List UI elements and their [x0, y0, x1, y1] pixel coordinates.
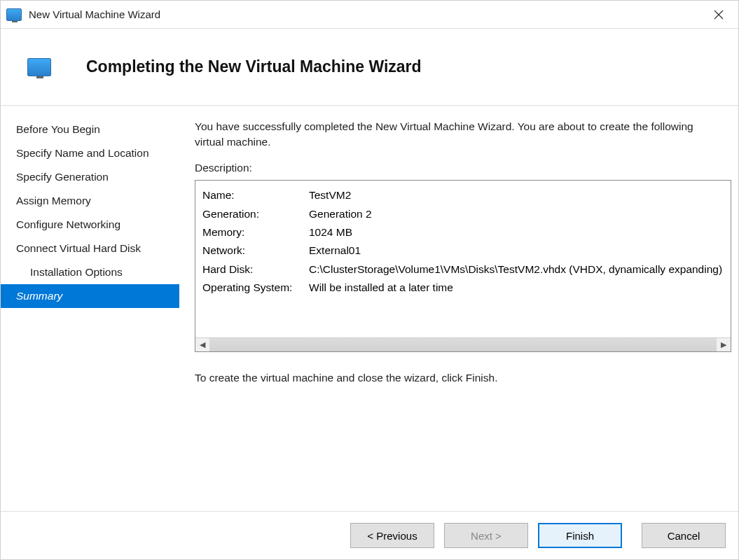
label-network: Network: [202, 241, 309, 260]
label-generation: Generation: [202, 205, 309, 223]
scroll-track[interactable] [209, 338, 717, 351]
window-title: New Virtual Machine Wizard [29, 8, 160, 20]
label-name: Name: [202, 186, 309, 204]
page-title: Completing the New Virtual Machine Wizar… [86, 57, 422, 76]
finish-button[interactable]: Finish [538, 523, 622, 548]
monitor-icon [27, 58, 51, 76]
label-os: Operating System: [202, 279, 309, 297]
step-connect-vhd[interactable]: Connect Virtual Hard Disk [1, 237, 179, 260]
titlebar: New Virtual Machine Wizard [1, 1, 738, 29]
row-network: Network: External01 [202, 241, 724, 260]
description-label: Description: [195, 162, 731, 174]
value-harddisk: C:\ClusterStorage\Volume1\VMs\Disks\Test… [309, 260, 724, 279]
wizard-body: Before You Begin Specify Name and Locati… [1, 106, 738, 511]
description-box: Name: TestVM2 Generation: Generation 2 M… [195, 180, 731, 352]
steps-sidebar: Before You Begin Specify Name and Locati… [1, 106, 179, 511]
scroll-right-button[interactable]: ▶ [717, 338, 731, 351]
horizontal-scrollbar[interactable]: ◀ ▶ [195, 337, 731, 351]
step-assign-memory[interactable]: Assign Memory [1, 189, 179, 213]
step-specify-generation[interactable]: Specify Generation [1, 165, 179, 189]
step-installation-options[interactable]: Installation Options [1, 260, 179, 284]
close-button[interactable] [705, 4, 733, 26]
label-harddisk: Hard Disk: [202, 260, 309, 279]
scroll-left-button[interactable]: ◀ [195, 338, 209, 351]
row-generation: Generation: Generation 2 [202, 205, 724, 223]
row-os: Operating System: Will be installed at a… [202, 279, 724, 297]
value-memory: 1024 MB [309, 223, 724, 241]
app-icon [6, 8, 22, 21]
row-name: Name: TestVM2 [202, 186, 724, 204]
step-configure-networking[interactable]: Configure Networking [1, 213, 179, 237]
content-pane: You have successfully completed the New … [179, 106, 738, 511]
wizard-footer: < Previous Next > Finish Cancel [1, 511, 738, 559]
wizard-window: New Virtual Machine Wizard Completing th… [0, 0, 739, 560]
value-name: TestVM2 [309, 186, 724, 204]
description-body: Name: TestVM2 Generation: Generation 2 M… [195, 181, 731, 337]
next-button: Next > [444, 523, 528, 548]
value-generation: Generation 2 [309, 205, 724, 223]
row-memory: Memory: 1024 MB [202, 223, 724, 241]
previous-button[interactable]: < Previous [350, 523, 434, 548]
label-memory: Memory: [202, 223, 309, 241]
step-before-you-begin[interactable]: Before You Begin [1, 118, 179, 141]
close-icon [714, 10, 724, 20]
step-summary[interactable]: Summary [1, 284, 179, 308]
wizard-header: Completing the New Virtual Machine Wizar… [1, 29, 738, 106]
value-os: Will be installed at a later time [309, 279, 724, 297]
outro-text: To create the virtual machine and close … [195, 372, 731, 384]
value-network: External01 [309, 241, 724, 260]
step-specify-name-location[interactable]: Specify Name and Location [1, 141, 179, 165]
cancel-button[interactable]: Cancel [642, 523, 726, 548]
row-harddisk: Hard Disk: C:\ClusterStorage\Volume1\VMs… [202, 260, 724, 279]
intro-text: You have successfully completed the New … [195, 119, 713, 149]
